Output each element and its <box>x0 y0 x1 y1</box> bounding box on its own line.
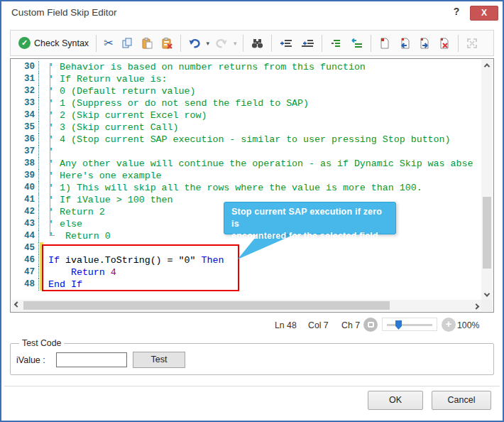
change-bar <box>39 254 44 266</box>
redo-button[interactable] <box>212 33 231 53</box>
file-new-button[interactable] <box>375 33 395 53</box>
zoom-out-button[interactable] <box>363 318 378 332</box>
copy-icon <box>121 37 133 50</box>
undo-button[interactable] <box>185 33 204 53</box>
code-text: ' Any other value will continue the oper… <box>44 158 473 170</box>
undo-icon <box>188 37 201 50</box>
paste-button[interactable] <box>137 33 157 53</box>
horizontal-scroll-thumb[interactable] <box>23 301 390 310</box>
code-line[interactable]: 32' 0 (Default return value) <box>11 85 481 97</box>
copy-button[interactable] <box>117 33 137 53</box>
vertical-scrollbar[interactable] <box>481 60 493 300</box>
scroll-down-button[interactable] <box>481 289 492 300</box>
check-icon: ✓ <box>18 37 31 49</box>
scroll-up-button[interactable] <box>481 60 492 70</box>
outdent-button[interactable] <box>346 33 367 53</box>
code-text <box>44 242 48 254</box>
horizontal-scrollbar[interactable] <box>11 300 481 311</box>
file-new-icon <box>378 37 391 50</box>
code-line[interactable]: 38' Any other value will continue the op… <box>11 158 481 170</box>
code-line[interactable]: 31' If Return value is: <box>11 73 481 85</box>
line-number: 44 <box>11 230 39 242</box>
status-bar: Ln 48 Col 7 Ch 7 + 100% <box>1 315 503 335</box>
code-text: ' 4 (Stop current SAP execution - simila… <box>44 134 451 146</box>
line-number: 33 <box>11 97 39 109</box>
code-line[interactable]: 34' 2 (Skip current Excel row) <box>11 109 481 121</box>
code-line[interactable]: 39' Here's one example <box>11 170 481 182</box>
indent-button[interactable] <box>326 33 346 53</box>
check-syntax-button[interactable]: ✓ Check Syntax <box>15 33 92 53</box>
scroll-right-button[interactable] <box>471 300 481 310</box>
custom-field-skip-editor-dialog: Custom Field Skip Editor ? X ✓ Check Syn… <box>0 0 504 422</box>
code-line[interactable]: 36' 4 (Stop current SAP execution - simi… <box>11 134 481 146</box>
code-line[interactable]: 37' <box>11 146 481 158</box>
line-number: 48 <box>11 278 39 291</box>
file-import-button[interactable] <box>395 33 415 53</box>
zoom-slider-track <box>387 324 432 326</box>
redo-dropdown-caret[interactable]: ▾ <box>231 40 239 47</box>
scrollbar-corner <box>481 300 493 311</box>
test-code-group: Test Code iValue : Test <box>10 338 494 375</box>
file-remove-button[interactable] <box>434 33 454 53</box>
zoom-in-button[interactable]: + <box>442 318 456 332</box>
toolbar-separator <box>96 35 97 52</box>
close-button[interactable]: X <box>470 6 498 21</box>
close-icon: X <box>481 8 487 18</box>
zoom-percentage: 100% <box>457 320 479 330</box>
file-export-button[interactable] <box>415 33 434 53</box>
code-line[interactable]: 33' 1 (Suppress or do not send the field… <box>11 97 481 109</box>
change-bar <box>39 97 44 109</box>
cancel-button[interactable]: Cancel <box>432 391 491 410</box>
chevron-right-icon <box>473 303 478 309</box>
title-bar[interactable]: Custom Field Skip Editor ? X <box>1 1 503 26</box>
find-icon <box>251 37 264 50</box>
code-line[interactable]: 30' Behavior is based on number returns … <box>11 61 481 73</box>
chevron-up-icon <box>483 63 489 69</box>
file-import-icon <box>398 37 411 50</box>
code-line[interactable]: 47 Return 4 <box>11 266 481 278</box>
test-button[interactable]: Test <box>133 352 185 368</box>
vertical-scroll-thumb[interactable] <box>483 197 491 269</box>
code-editor[interactable]: 30' Behavior is based on number returns … <box>10 58 494 313</box>
cut-button[interactable]: ✂ <box>100 33 116 53</box>
code-text: ' else <box>44 218 82 230</box>
find-button[interactable] <box>247 33 268 53</box>
plus-icon: + <box>446 318 452 330</box>
ivalue-input[interactable] <box>56 352 127 367</box>
code-line[interactable]: 46If ivalue.ToString() = "0" Then <box>11 254 481 266</box>
code-line[interactable]: 35' 3 (Skip current Call) <box>11 121 481 134</box>
code-area[interactable]: 30' Behavior is based on number returns … <box>11 60 481 300</box>
code-line[interactable]: 40' 1) This will skip all the rows where… <box>11 182 481 194</box>
ok-button[interactable]: OK <box>368 391 423 410</box>
paste-remove-button[interactable] <box>157 33 177 53</box>
fullscreen-icon <box>466 37 478 50</box>
ivalue-label: iValue : <box>16 355 50 365</box>
line-number: 40 <box>11 182 39 194</box>
change-bar <box>39 230 44 242</box>
redo-icon <box>215 37 228 50</box>
comment-button[interactable] <box>275 33 297 53</box>
line-number: 41 <box>11 194 39 206</box>
code-text: ' 0 (Default return value) <box>44 85 195 97</box>
change-bar <box>39 170 44 182</box>
line-number: 31 <box>11 73 39 85</box>
change-bar <box>39 109 44 121</box>
undo-dropdown-caret[interactable]: ▾ <box>204 40 212 47</box>
line-number: 30 <box>11 61 39 73</box>
zoom-slider[interactable] <box>382 318 437 331</box>
change-bar <box>39 73 44 85</box>
line-number: 45 <box>11 242 39 254</box>
help-button[interactable]: ? <box>450 6 463 20</box>
uncomment-button[interactable] <box>297 33 318 53</box>
line-number: 37 <box>11 146 39 158</box>
toolbar-separator <box>322 35 322 52</box>
line-number: 38 <box>11 158 39 170</box>
code-line[interactable]: 48End If <box>11 278 481 291</box>
fullscreen-button[interactable] <box>462 33 482 53</box>
chevron-left-icon <box>13 301 19 307</box>
zoom-slider-thumb[interactable] <box>395 320 402 330</box>
scroll-left-button[interactable] <box>11 300 22 310</box>
code-text: ' 2 (Skip current Excel row) <box>44 109 207 121</box>
editor-toolbar: ✓ Check Syntax ✂ <box>10 30 494 56</box>
line-indicator: Ln 48 <box>275 320 297 330</box>
